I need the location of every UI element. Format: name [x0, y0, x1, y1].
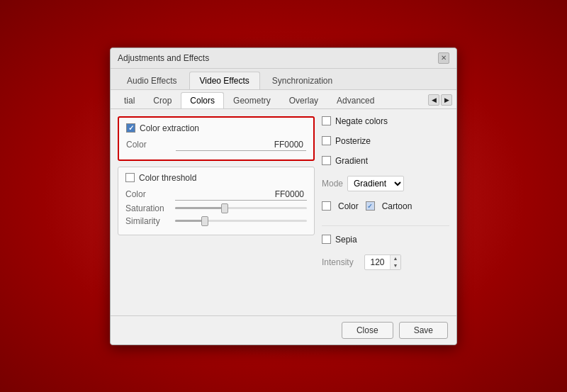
- color-threshold-header: Color threshold: [125, 173, 307, 183]
- similarity-slider-container: [175, 220, 307, 222]
- negate-colors-row: Negate colors: [322, 116, 449, 126]
- tab-bar-sub: tial Crop Colors Geometry Overlay Advanc…: [111, 90, 456, 109]
- color-option-checkbox[interactable]: [322, 201, 331, 211]
- sepia-checkbox[interactable]: [322, 235, 331, 244]
- gradient-label: Gradient: [335, 156, 368, 166]
- color-extraction-section: ✓ Color extraction Color: [118, 116, 315, 161]
- right-panel: Negate colors Posterize Gradient Mode Gr…: [322, 116, 449, 308]
- mode-label: Mode: [322, 179, 343, 189]
- color-option-label: Color: [338, 201, 359, 211]
- tab-prev-button[interactable]: ◀: [428, 94, 439, 106]
- tab-geometry[interactable]: Geometry: [224, 92, 280, 108]
- dialog: Adjustments and Effects ✕ Audio Effects …: [110, 47, 457, 345]
- posterize-label: Posterize: [335, 136, 371, 146]
- left-panel: ✓ Color extraction Color Color threshold…: [118, 116, 315, 308]
- similarity-row: Similarity: [125, 216, 307, 226]
- negate-colors-checkbox[interactable]: [322, 116, 331, 125]
- tab-next-button[interactable]: ▶: [441, 94, 452, 106]
- dialog-content: ✓ Color extraction Color Color threshold…: [111, 109, 456, 315]
- close-button[interactable]: Close: [342, 322, 393, 339]
- similarity-slider[interactable]: [175, 220, 307, 222]
- saturation-label: Saturation: [125, 203, 175, 213]
- color-threshold-color-row: Color: [125, 189, 307, 201]
- spinner-buttons: ▲ ▼: [390, 255, 400, 269]
- divider: [322, 225, 449, 226]
- tab-bar-main: Audio Effects Video Effects Synchronizat…: [111, 69, 456, 90]
- color-extraction-color-label: Color: [126, 140, 176, 150]
- checkmark-icon: ✓: [128, 124, 134, 132]
- color-extraction-checkbox[interactable]: ✓: [126, 123, 135, 133]
- intensity-label: Intensity: [322, 257, 364, 267]
- intensity-row: Intensity 120 ▲ ▼: [322, 254, 449, 270]
- tab-synchronization[interactable]: Synchronization: [262, 72, 343, 89]
- tab-overlay[interactable]: Overlay: [280, 92, 327, 108]
- save-button[interactable]: Save: [399, 322, 448, 339]
- dialog-title: Adjustments and Effects: [118, 53, 209, 63]
- color-extraction-color-input[interactable]: [176, 139, 306, 151]
- color-threshold-color-label: Color: [125, 189, 175, 199]
- saturation-slider-container: [175, 207, 307, 209]
- saturation-row: Saturation: [125, 203, 307, 213]
- tab-advanced[interactable]: Advanced: [327, 92, 383, 108]
- intensity-down-button[interactable]: ▼: [391, 262, 400, 269]
- tab-nav-arrows: ◀ ▶: [428, 94, 452, 106]
- dialog-titlebar: Adjustments and Effects ✕: [111, 48, 456, 69]
- color-extraction-color-row: Color: [126, 139, 306, 151]
- intensity-value: 120: [365, 256, 390, 269]
- tab-crop[interactable]: Crop: [144, 92, 181, 108]
- gradient-checkbox[interactable]: [322, 156, 331, 165]
- saturation-slider[interactable]: [175, 207, 307, 209]
- tab-tial[interactable]: tial: [115, 92, 144, 108]
- mode-select[interactable]: Gradient Normal: [347, 176, 404, 191]
- tab-colors[interactable]: Colors: [181, 92, 224, 108]
- color-cartoon-row: Color ✓ Cartoon: [322, 201, 449, 211]
- color-extraction-header: ✓ Color extraction: [126, 123, 306, 133]
- posterize-checkbox[interactable]: [322, 136, 331, 145]
- color-extraction-title: Color extraction: [140, 123, 199, 133]
- close-icon[interactable]: ✕: [438, 52, 449, 64]
- similarity-label: Similarity: [125, 216, 175, 226]
- cartoon-checkmark-icon: ✓: [367, 203, 373, 210]
- negate-colors-label: Negate colors: [335, 116, 388, 126]
- dialog-footer: Close Save: [111, 315, 456, 345]
- color-threshold-color-input[interactable]: [175, 189, 307, 201]
- mode-row: Mode Gradient Normal: [322, 176, 449, 191]
- gradient-row: Gradient: [322, 156, 449, 166]
- intensity-spinner[interactable]: 120 ▲ ▼: [364, 254, 401, 270]
- cartoon-label: Cartoon: [382, 201, 412, 211]
- intensity-up-button[interactable]: ▲: [391, 255, 400, 262]
- color-threshold-checkbox[interactable]: [125, 173, 135, 182]
- sepia-row: Sepia: [322, 235, 449, 245]
- color-threshold-title: Color threshold: [139, 173, 196, 183]
- tab-video-effects[interactable]: Video Effects: [189, 72, 260, 89]
- posterize-row: Posterize: [322, 136, 449, 146]
- tab-audio-effects[interactable]: Audio Effects: [116, 72, 188, 89]
- cartoon-checkbox[interactable]: ✓: [366, 201, 375, 211]
- sepia-label: Sepia: [335, 235, 357, 245]
- color-threshold-section: Color threshold Color Saturation: [118, 167, 315, 235]
